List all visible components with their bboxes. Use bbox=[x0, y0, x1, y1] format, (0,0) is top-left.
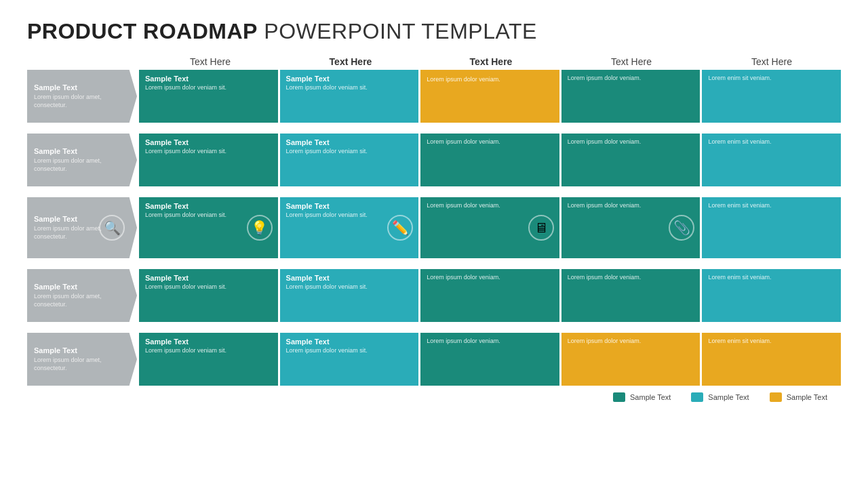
pencil-icon: ✏️ bbox=[387, 215, 413, 241]
legend-label-1: Sample Text bbox=[630, 393, 671, 401]
row-2-label-body: Lorem ipsum dolor amet, consectetur. bbox=[34, 157, 125, 173]
row-4: Sample Text Lorem ipsum dolor amet, cons… bbox=[27, 269, 841, 322]
legend-item-3: Sample Text bbox=[770, 392, 827, 402]
col-header-3: Text Here bbox=[422, 56, 560, 67]
row-2-col-4: Lorem ipsum dolor veniam. bbox=[561, 134, 701, 186]
row-3-col-2: Sample Text Lorem ipsum dolor veniam sit… bbox=[280, 197, 419, 258]
cell-title: Sample Text bbox=[286, 75, 413, 83]
cell-body: Lorem ipsum dolor veniam sit. bbox=[145, 84, 272, 92]
lightbulb-icon: 💡 bbox=[247, 215, 273, 241]
cell-title: Sample Text bbox=[145, 75, 272, 83]
paperclip-icon: 📎 bbox=[669, 215, 694, 241]
row-2-col-1: Sample Text Lorem ipsum dolor veniam sit… bbox=[139, 134, 278, 186]
row-3-col-1: Sample Text Lorem ipsum dolor veniam sit… bbox=[139, 197, 278, 258]
cell-body: Lorem enim sit veniam. bbox=[708, 75, 835, 83]
legend-swatch-3 bbox=[770, 392, 782, 402]
row-4-col-2: Sample Text Lorem ipsum dolor veniam sit… bbox=[280, 269, 419, 322]
row-1-col-3: Lorem ipsum dolor veniam. bbox=[420, 70, 559, 123]
row-5-col-4: Lorem ipsum dolor veniam. bbox=[561, 333, 701, 386]
row-5-col-5: Lorem enim sit veniam. bbox=[702, 333, 841, 386]
wave-3 bbox=[137, 260, 841, 267]
cell-body: Lorem ipsum dolor veniam. bbox=[427, 76, 553, 84]
cell-body: Lorem ipsum dolor veniam sit. bbox=[286, 84, 413, 92]
row-5-col-1: Sample Text Lorem ipsum dolor veniam sit… bbox=[139, 333, 278, 386]
row-2-label: Sample Text Lorem ipsum dolor amet, cons… bbox=[27, 134, 137, 186]
row-4-col-1: Sample Text Lorem ipsum dolor veniam sit… bbox=[139, 269, 278, 322]
row-1-col-2: Sample Text Lorem ipsum dolor veniam sit… bbox=[280, 70, 419, 123]
legend-label-3: Sample Text bbox=[787, 393, 827, 401]
cell-body: Lorem ipsum dolor veniam. bbox=[568, 75, 694, 83]
row-1-label-title: Sample Text bbox=[34, 83, 125, 92]
slide: PRODUCT ROADMAP POWERPOINT TEMPLATE Text… bbox=[0, 0, 868, 488]
row-1-label: Sample Text Lorem ipsum dolor amet, cons… bbox=[27, 70, 137, 123]
col-header-1: Text Here bbox=[141, 56, 279, 67]
row-1-label-body: Lorem ipsum dolor amet, consectetur. bbox=[34, 94, 125, 109]
legend: Sample Text Sample Text Sample Text bbox=[27, 392, 841, 402]
row-2-col-3: Lorem ipsum dolor veniam. bbox=[420, 134, 559, 186]
search-icon: 🔍 bbox=[99, 215, 125, 241]
legend-swatch-1 bbox=[613, 392, 625, 402]
row-4-label: Sample Text Lorem ipsum dolor amet, cons… bbox=[27, 269, 137, 322]
row-5-col-2: Sample Text Lorem ipsum dolor veniam sit… bbox=[280, 333, 419, 386]
row-5: Sample Text Lorem ipsum dolor amet, cons… bbox=[27, 333, 841, 386]
legend-item-1: Sample Text bbox=[613, 392, 671, 402]
wave-4 bbox=[137, 324, 841, 331]
wave-2 bbox=[137, 188, 841, 195]
row-3: Sample Text Lorem ipsum dolor amet, cons… bbox=[27, 197, 841, 258]
row-5-label: Sample Text Lorem ipsum dolor amet, cons… bbox=[27, 333, 137, 386]
row-3-col-4: Lorem ipsum dolor veniam. 📎 bbox=[561, 197, 701, 258]
row-2-col-5: Lorem enim sit veniam. bbox=[702, 134, 841, 186]
slide-title: PRODUCT ROADMAP POWERPOINT TEMPLATE bbox=[27, 19, 841, 44]
row-5-col-3: Lorem ipsum dolor veniam. bbox=[420, 333, 559, 386]
row-3-label: Sample Text Lorem ipsum dolor amet, cons… bbox=[27, 197, 137, 258]
col-header-4: Text Here bbox=[562, 56, 701, 67]
row-3-col-3: Lorem ipsum dolor veniam. 🖥 bbox=[420, 197, 559, 258]
col-header-5: Text Here bbox=[703, 56, 841, 67]
row-2-label-title: Sample Text bbox=[34, 147, 125, 155]
row-4-col-5: Lorem enim sit veniam. bbox=[702, 269, 841, 322]
legend-label-2: Sample Text bbox=[708, 393, 749, 401]
row-4-col-3: Lorem ipsum dolor veniam. bbox=[420, 269, 559, 322]
row-1: Sample Text Lorem ipsum dolor amet, cons… bbox=[27, 70, 841, 123]
monitor-icon: 🖥 bbox=[528, 215, 554, 241]
row-3-col-5: Lorem enim sit veniam. bbox=[702, 197, 841, 258]
row-1-col-1: Sample Text Lorem ipsum dolor veniam sit… bbox=[139, 70, 278, 123]
wave-1 bbox=[137, 125, 841, 131]
row-1-col-4: Lorem ipsum dolor veniam. bbox=[561, 70, 701, 123]
row-2-col-2: Sample Text Lorem ipsum dolor veniam sit… bbox=[280, 134, 419, 186]
row-2: Sample Text Lorem ipsum dolor amet, cons… bbox=[27, 134, 841, 186]
row-4-col-4: Lorem ipsum dolor veniam. bbox=[561, 269, 701, 322]
row-1-col-5: Lorem enim sit veniam. bbox=[702, 70, 841, 123]
legend-swatch-2 bbox=[691, 392, 703, 402]
legend-item-2: Sample Text bbox=[691, 392, 749, 402]
col-header-2: Text Here bbox=[281, 56, 420, 67]
main-grid: Sample Text Lorem ipsum dolor amet, cons… bbox=[27, 70, 841, 386]
